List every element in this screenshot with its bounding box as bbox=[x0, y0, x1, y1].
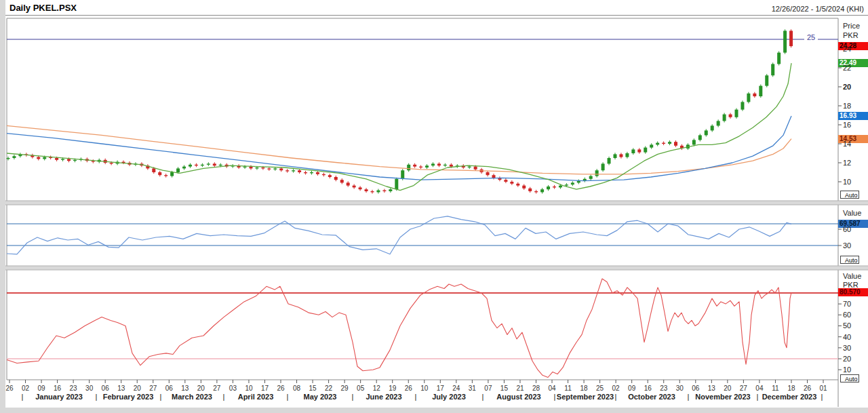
x-axis-month-separator: | bbox=[415, 393, 417, 401]
x-axis-day-label: 07 bbox=[484, 385, 492, 392]
x-axis-month-separator: | bbox=[96, 393, 98, 401]
chart-window: Daily PKEL.PSX 12/26/2022 - 1/5/2024 (KH… bbox=[0, 0, 868, 413]
x-axis-day-label: 26 bbox=[277, 385, 284, 392]
stoch-axis-tick: 20 bbox=[843, 355, 851, 363]
x-axis-day-label: 02 bbox=[22, 385, 29, 392]
stoch-auto-button[interactable]: Auto bbox=[840, 374, 859, 382]
x-axis-day-label: 27 bbox=[213, 385, 220, 392]
x-axis-day-label: 16 bbox=[54, 385, 61, 392]
price-axis-tick: 18 bbox=[843, 102, 851, 110]
x-axis-month-label: May 2023 bbox=[304, 393, 337, 401]
rsi-auto-button[interactable]: Auto bbox=[840, 256, 859, 264]
x-axis-day-label: 24 bbox=[452, 385, 460, 392]
x-axis-day-label: 29 bbox=[341, 385, 349, 392]
x-axis-day-label: 13 bbox=[181, 385, 189, 392]
x-axis-month-separator: | bbox=[287, 393, 289, 401]
x-axis-month-label: August 2023 bbox=[496, 393, 540, 401]
x-axis-day-label: 28 bbox=[532, 385, 540, 392]
price-axis-tick: 10 bbox=[843, 178, 851, 186]
x-axis-month-separator: | bbox=[554, 393, 556, 401]
x-axis-day-label: 09 bbox=[37, 385, 45, 392]
x-axis-month-separator: | bbox=[352, 393, 354, 401]
x-axis-day-label: 08 bbox=[293, 385, 300, 392]
x-axis-day-label: 16 bbox=[644, 385, 652, 392]
x-axis-day-label: 06 bbox=[165, 385, 173, 392]
price-axis-unit: PKR bbox=[843, 31, 859, 39]
stoch-axis-tick: 40 bbox=[843, 333, 851, 341]
x-axis-month-label: February 2023 bbox=[103, 393, 154, 401]
x-axis-day-label: 20 bbox=[197, 385, 205, 392]
x-axis-day-label: 18 bbox=[787, 385, 795, 392]
stoch-axis-tick: 10 bbox=[843, 366, 851, 374]
x-axis-month-label: April 2023 bbox=[238, 393, 274, 401]
x-axis-day-label: 06 bbox=[102, 385, 109, 392]
price-auto-button[interactable]: Auto bbox=[840, 191, 859, 199]
x-axis-day-label: 04 bbox=[548, 385, 555, 392]
x-axis-day-label: 13 bbox=[708, 385, 715, 392]
x-axis-day-label: 02 bbox=[612, 385, 620, 392]
price-axis-tick: 20 bbox=[843, 83, 851, 91]
x-axis-month-separator: | bbox=[160, 393, 162, 401]
x-axis-day-label: 26 bbox=[405, 385, 412, 392]
price-axis-tick: 16 bbox=[843, 121, 851, 129]
x-axis-month-separator: | bbox=[482, 393, 484, 401]
x-axis-month-separator: | bbox=[22, 393, 24, 401]
price-plot-area[interactable] bbox=[7, 18, 838, 201]
x-axis-day-label: 20 bbox=[724, 385, 731, 392]
x-axis-month-label: December 2023 bbox=[762, 393, 817, 401]
ma-mid-value-badge: 16.93 bbox=[838, 112, 868, 120]
x-axis-day-label: 30 bbox=[676, 385, 684, 392]
x-axis-day-label: 03 bbox=[229, 385, 237, 392]
x-axis-month-separator: | bbox=[223, 393, 225, 401]
x-axis-day-label: 30 bbox=[85, 385, 93, 392]
x-axis-day-label: 19 bbox=[389, 385, 396, 392]
x-axis-day-label: 10 bbox=[420, 385, 428, 392]
x-axis-day-label: 05 bbox=[357, 385, 364, 392]
x-axis-day-label: 11 bbox=[564, 385, 571, 392]
stoch-axis-tick: 70 bbox=[843, 300, 851, 308]
rsi-plot-area[interactable] bbox=[7, 205, 838, 266]
stoch-value-badge: 80.570 bbox=[838, 288, 868, 296]
x-axis-day-label: 27 bbox=[740, 385, 747, 392]
x-axis-day-label: 23 bbox=[660, 385, 667, 392]
x-axis-day-label: 04 bbox=[755, 385, 763, 392]
price-axis-tick: 12 bbox=[843, 159, 851, 167]
rsi-axis-title: Value bbox=[843, 209, 861, 217]
stoch-axis-tick: 50 bbox=[843, 321, 851, 330]
x-axis-day-label: 17 bbox=[437, 385, 444, 392]
x-axis-month-label: October 2023 bbox=[628, 393, 675, 401]
x-axis-month-label: November 2023 bbox=[695, 393, 750, 401]
stoch-axis-tick: 60 bbox=[843, 311, 851, 319]
rsi-axis-tick: 60 bbox=[843, 225, 851, 233]
price-axis-tick: 24 bbox=[843, 45, 851, 53]
stoch-plot-area[interactable] bbox=[7, 271, 838, 380]
x-axis-month-label: January 2023 bbox=[35, 393, 83, 401]
x-axis-day-label: 17 bbox=[261, 385, 269, 392]
x-axis-day-label: 01 bbox=[819, 385, 827, 392]
x-axis-day-label: 21 bbox=[516, 385, 524, 392]
rsi-axis-tick: 30 bbox=[843, 241, 851, 250]
x-axis-day-label: 20 bbox=[134, 385, 141, 392]
x-axis-month-label: July 2023 bbox=[432, 393, 466, 401]
x-axis-day-label: 09 bbox=[628, 385, 635, 392]
x-axis-day-label: 23 bbox=[70, 385, 77, 392]
stoch-axis-title: Value bbox=[843, 272, 861, 280]
price-axis-title: Price bbox=[843, 22, 860, 30]
x-axis-month-separator: | bbox=[757, 393, 759, 401]
x-axis-month-label: March 2023 bbox=[172, 393, 212, 401]
price-hline-label: 25 bbox=[804, 33, 818, 41]
x-axis-day-label: 12 bbox=[373, 385, 380, 392]
stoch-axis-tick: 30 bbox=[843, 344, 851, 352]
chart-canvas bbox=[0, 0, 868, 413]
price-axis-tick: 22 bbox=[843, 64, 851, 72]
price-axis-tick: 14 bbox=[843, 140, 851, 148]
x-axis-month-label: September 2023 bbox=[557, 393, 614, 401]
x-axis-month-separator: | bbox=[688, 393, 690, 401]
x-axis-day-label: 31 bbox=[469, 385, 476, 392]
x-axis-day-label: 27 bbox=[149, 385, 157, 392]
x-axis-month-separator: | bbox=[615, 393, 617, 401]
x-axis-day-label: 26 bbox=[804, 385, 811, 392]
x-axis-day-label: 15 bbox=[500, 385, 508, 392]
x-axis-day-label: 06 bbox=[692, 385, 699, 392]
x-axis-day-label: 18 bbox=[580, 385, 588, 392]
